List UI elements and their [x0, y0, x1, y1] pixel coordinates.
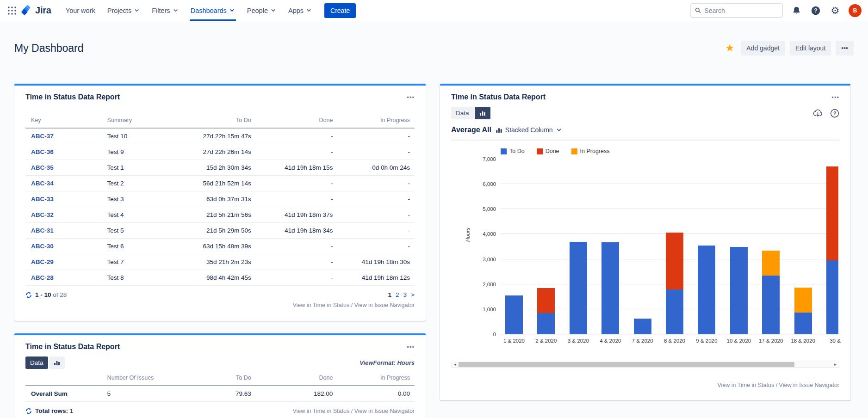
search-box[interactable]	[690, 3, 783, 18]
pagination-page-2[interactable]: 2	[396, 291, 399, 298]
issue-key-link[interactable]: ABC-35	[31, 164, 54, 171]
view-in-time-in-status-link[interactable]: View in Time in Status	[292, 408, 349, 414]
view-in-issue-navigator-link[interactable]: View in Issue Navigator	[354, 408, 415, 414]
data-view-tab[interactable]: Data	[451, 107, 474, 119]
gadget-more-button[interactable]: •••	[407, 94, 415, 101]
settings-gear-icon[interactable]: ⚙	[829, 5, 841, 17]
dashboard-more-button[interactable]: •••	[836, 41, 854, 55]
issue-key-link[interactable]: ABC-28	[31, 274, 54, 281]
refresh-icon[interactable]	[25, 408, 32, 414]
nav-item-label: Dashboards	[191, 7, 227, 14]
view-in-issue-navigator-link[interactable]: View in Issue Navigator	[354, 302, 415, 308]
create-button[interactable]: Create	[324, 3, 356, 18]
bar-segment-in-progress	[762, 251, 780, 276]
chart-help-icon[interactable]: ?	[830, 109, 839, 118]
gadget-time-in-status-sum: Time in Status Data Report ••• Data View…	[14, 333, 426, 418]
chevron-down-icon	[270, 7, 276, 13]
column-header-in-progress: In Progress	[333, 117, 415, 128]
page-title: My Dashboard	[14, 42, 84, 55]
edit-layout-button[interactable]: Edit layout	[790, 41, 831, 55]
legend-item-to-do: To Do	[501, 148, 525, 154]
nav-item-dashboards[interactable]: Dashboards	[190, 0, 236, 21]
notifications-bell-icon[interactable]	[790, 5, 802, 17]
view-in-issue-navigator-link[interactable]: View in Issue Navigator	[779, 382, 839, 388]
sum-table-row: Overall Sum579.63182.000.00	[25, 386, 415, 402]
add-gadget-button[interactable]: Add gadget	[741, 41, 785, 55]
issue-key-link[interactable]: ABC-36	[31, 148, 54, 155]
nav-item-your-work[interactable]: Your work	[65, 0, 96, 21]
cell-key[interactable]: ABC-32	[25, 207, 107, 223]
cell-key[interactable]: ABC-33	[25, 191, 107, 207]
issue-key-link[interactable]: ABC-37	[31, 133, 54, 140]
top-navigation-bar: Jira Your workProjectsFiltersDashboardsP…	[0, 0, 868, 21]
help-icon[interactable]: ?	[810, 5, 822, 17]
user-avatar[interactable]: B	[849, 4, 862, 17]
search-input[interactable]	[704, 7, 778, 14]
scroll-left-arrow-icon[interactable]: ◄	[452, 362, 459, 368]
scroll-right-arrow-icon[interactable]: ►	[832, 362, 839, 368]
issue-key-link[interactable]: ABC-29	[31, 258, 54, 265]
nav-item-apps[interactable]: Apps	[287, 0, 313, 21]
cell-key[interactable]: ABC-34	[25, 176, 107, 191]
app-switcher-icon[interactable]	[5, 3, 19, 18]
data-view-tab[interactable]: Data	[25, 357, 48, 369]
scrollbar-track[interactable]	[459, 362, 832, 367]
bar-segment-done	[666, 233, 683, 289]
pagination-page-3[interactable]: 3	[403, 291, 407, 298]
refresh-icon[interactable]	[25, 292, 32, 298]
chart-view-tab[interactable]	[49, 357, 65, 369]
issue-key-link[interactable]: ABC-31	[31, 227, 54, 234]
link-separator: /	[776, 382, 777, 388]
chart-type-dropdown[interactable]: Stacked Column	[496, 126, 562, 134]
gadget-more-button[interactable]: •••	[407, 344, 415, 350]
sum-table-header-row: Number Of IssuesTo DoDoneIn Progress	[25, 375, 415, 386]
gadget-more-button[interactable]: •••	[831, 94, 839, 101]
nav-item-projects[interactable]: Projects	[106, 0, 141, 21]
cell-summary: Test 5	[107, 223, 193, 239]
jira-logo[interactable]: Jira	[19, 5, 56, 16]
issue-key-link[interactable]: ABC-34	[31, 180, 54, 187]
table-row: ABC-36Test 927d 22h 26m 14s--	[25, 144, 415, 160]
column-header-key: Key	[25, 117, 107, 128]
issue-key-link[interactable]: ABC-32	[31, 211, 54, 218]
chart-type-label: Stacked Column	[505, 126, 553, 134]
nav-item-people[interactable]: People	[246, 0, 277, 21]
x-tick-label: 9 & 2020	[688, 338, 725, 344]
cell-to-do: 21d 5h 29m 50s	[193, 223, 251, 239]
cell-summary: Test 7	[107, 254, 193, 270]
view-in-time-in-status-link[interactable]: View in Time in Status	[292, 302, 349, 308]
stacked-bar-9-2020	[698, 246, 715, 334]
bar-segment-to-do	[634, 319, 651, 334]
sum-table: Number Of IssuesTo DoDoneIn Progress Ove…	[25, 375, 415, 402]
cell-to-do: 56d 21h 52m 14s	[193, 176, 251, 191]
chart-view-tab[interactable]	[475, 107, 490, 119]
cell-key[interactable]: ABC-28	[25, 270, 107, 286]
cell-key[interactable]: ABC-36	[25, 144, 107, 160]
cell-key[interactable]: ABC-35	[25, 160, 107, 176]
table-row: ABC-30Test 663d 15h 48m 39s--	[25, 239, 415, 254]
cell-in-progress: 41d 19h 18m 30s	[333, 254, 415, 270]
svg-text:?: ?	[814, 7, 817, 14]
scrollbar-thumb[interactable]	[459, 362, 794, 367]
stacked-bar-2-2020	[537, 288, 555, 334]
x-tick-label: 8 & 2020	[656, 338, 693, 344]
cell-key[interactable]: ABC-30	[25, 239, 107, 254]
bar-chart-icon	[54, 360, 60, 366]
cell-key[interactable]: ABC-37	[25, 128, 107, 144]
download-chart-icon[interactable]	[813, 109, 823, 118]
pagination: 123 >	[388, 291, 415, 298]
favorite-star-icon[interactable]: ★	[725, 43, 735, 53]
stacked-bar-1-2020	[505, 295, 523, 334]
cell-key[interactable]: ABC-29	[25, 254, 107, 270]
svg-text:?: ?	[833, 111, 837, 116]
issue-key-link[interactable]: ABC-33	[31, 196, 54, 203]
pagination-next[interactable]: >	[411, 291, 415, 298]
issue-key-link[interactable]: ABC-30	[31, 243, 54, 250]
total-rows-label: Total rows:	[35, 407, 68, 414]
bar-chart-icon	[479, 110, 486, 116]
nav-item-filters[interactable]: Filters	[151, 0, 179, 21]
chart-horizontal-scrollbar[interactable]: ◄ ►	[451, 362, 839, 368]
cell-key[interactable]: ABC-31	[25, 223, 107, 239]
view-in-time-in-status-link[interactable]: View in Time in Status	[717, 382, 774, 388]
bar-segment-to-do	[570, 242, 587, 334]
